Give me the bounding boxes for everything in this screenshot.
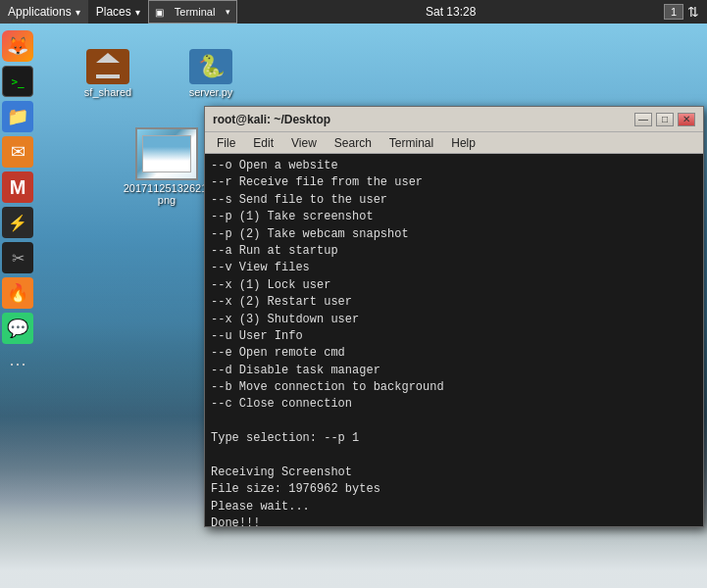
burpsuite-icon: 🔥 <box>7 282 28 304</box>
maximize-icon: □ <box>662 114 668 124</box>
server-py-label: server.py <box>189 86 233 98</box>
menu-file[interactable]: File <box>209 133 243 153</box>
sf-shared-icon <box>86 49 129 84</box>
desktop-icon-screenshot[interactable]: 20171125132621.png <box>123 127 211 206</box>
chat-icon: 💬 <box>7 318 28 339</box>
sidebar-icon-burpsuite[interactable]: 🔥 <box>2 277 33 309</box>
screenshot-label: 20171125132621.png <box>123 182 211 206</box>
menu-search[interactable]: Search <box>327 133 379 153</box>
sidebar-icon-files[interactable]: 📁 <box>2 101 33 132</box>
sidebar-icon-terminal[interactable]: >_ <box>2 66 33 97</box>
taskbar-left: Applications Places ▣ Terminal ▾ <box>0 0 237 24</box>
desktop-icon-sf-shared[interactable]: sf_shared <box>69 49 147 98</box>
terminal-close-button[interactable]: ✕ <box>678 113 695 126</box>
terminal-menubar: File Edit View Search Terminal Help <box>205 132 703 154</box>
sidebar-icon-cutbird[interactable]: ✂ <box>2 242 33 273</box>
applications-menu[interactable]: Applications <box>0 0 88 24</box>
terminal-title: root@kali: ~/Desktop <box>213 113 330 126</box>
terminal-minimize-button[interactable]: — <box>634 113 652 126</box>
sidebar-icon-msfconsole[interactable]: M <box>2 172 33 203</box>
menu-help[interactable]: Help <box>443 133 483 153</box>
cutbird-icon: ✂ <box>12 249 25 268</box>
desktop: Applications Places ▣ Terminal ▾ Sat 13:… <box>0 0 707 588</box>
minimize-icon: — <box>638 114 648 124</box>
terminal-indicator[interactable]: ▣ Terminal ▾ <box>148 0 238 24</box>
terminal-maximize-button[interactable]: □ <box>656 113 674 126</box>
sidebar-icon-zaproxy[interactable]: ⚡ <box>2 207 33 238</box>
sidebar-icon-mail[interactable]: ✉ <box>2 136 33 168</box>
msfconsole-icon: M <box>10 176 26 199</box>
zaproxy-icon: ⚡ <box>8 214 27 232</box>
sidebar-icon-more[interactable]: ⋯ <box>2 348 33 379</box>
terminal-controls: — □ ✕ <box>634 113 695 126</box>
firefox-icon: 🦊 <box>7 35 28 57</box>
network-icon[interactable]: ⇅ <box>687 4 699 20</box>
terminal-titlebar: root@kali: ~/Desktop — □ ✕ <box>205 107 703 132</box>
clock: Sat 13:28 <box>237 5 663 19</box>
terminal-icon: >_ <box>11 75 24 88</box>
more-icon: ⋯ <box>9 353 27 374</box>
terminal-window: root@kali: ~/Desktop — □ ✕ File Edit <box>204 106 704 527</box>
applications-label: Applications <box>8 5 72 19</box>
screenshot-thumb <box>135 127 198 180</box>
server-py-icon: 🐍 <box>189 49 232 84</box>
mail-icon: ✉ <box>11 141 25 163</box>
sf-shared-label: sf_shared <box>84 86 131 98</box>
desktop-icon-server-py[interactable]: 🐍 server.py <box>172 49 250 98</box>
taskbar: Applications Places ▣ Terminal ▾ Sat 13:… <box>0 0 707 24</box>
menu-view[interactable]: View <box>283 133 325 153</box>
terminal-body[interactable]: --o Open a website --r Receive file from… <box>205 154 703 526</box>
sidebar-icon-chat[interactable]: 💬 <box>2 313 33 344</box>
taskbar-right: 1 ⇅ <box>664 4 707 20</box>
sidebar-icon-firefox[interactable]: 🦊 <box>2 30 33 62</box>
files-icon: 📁 <box>7 106 28 127</box>
close-icon: ✕ <box>682 114 690 124</box>
places-label: Places <box>96 5 131 19</box>
menu-edit[interactable]: Edit <box>245 133 281 153</box>
menu-terminal[interactable]: Terminal <box>381 133 441 153</box>
places-menu[interactable]: Places <box>88 0 148 24</box>
sidebar: 🦊 >_ 📁 ✉ M ⚡ ✂ 🔥 💬 <box>0 29 35 380</box>
terminal-taskbar-label: Terminal <box>175 6 216 18</box>
workspace-indicator[interactable]: 1 <box>664 4 683 20</box>
